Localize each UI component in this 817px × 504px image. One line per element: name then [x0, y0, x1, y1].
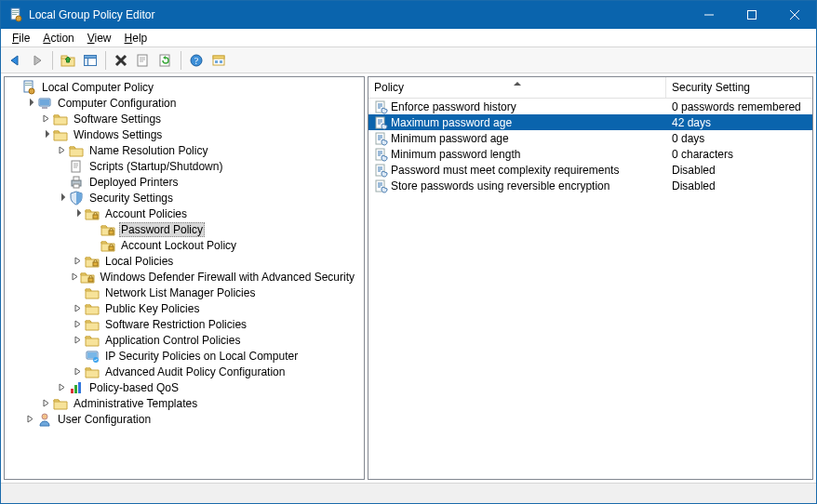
help-button[interactable]: ? — [186, 50, 207, 71]
options-button[interactable] — [208, 50, 229, 71]
tree-pane[interactable]: Local Computer PolicyComputer Configurat… — [4, 76, 365, 480]
separator — [181, 51, 181, 70]
tree-password-policy[interactable]: Password Policy — [5, 221, 364, 237]
policy-item-icon — [374, 163, 389, 178]
tree-windows-settings[interactable]: Windows Settings — [5, 126, 364, 142]
menu-view[interactable]: View — [82, 31, 117, 46]
bars-icon — [69, 380, 84, 395]
tree-software-settings[interactable]: Software Settings — [5, 111, 364, 126]
tree-network-list-manager[interactable]: Network List Manager Policies — [5, 285, 364, 300]
svg-rect-49 — [71, 389, 74, 393]
back-button[interactable] — [5, 50, 25, 71]
tree-defender-firewall[interactable]: Windows Defender Firewall with Advanced … — [5, 269, 364, 285]
tree-label: Network List Manager Policies — [103, 286, 257, 299]
tree-policy-qos[interactable]: Policy-based QoS — [5, 379, 364, 395]
policy-setting: 0 days — [672, 132, 704, 145]
list-row[interactable]: Password must meet complexity requiremen… — [368, 162, 812, 178]
tree-security-settings[interactable]: Security Settings — [5, 190, 364, 206]
svg-rect-51 — [78, 382, 81, 393]
forward-button[interactable] — [27, 50, 47, 71]
collapse-icon[interactable] — [54, 190, 69, 206]
list-row[interactable]: Maximum password age42 days — [368, 114, 812, 130]
tree-app-control[interactable]: Application Control Policies — [5, 332, 364, 348]
up-button[interactable] — [58, 50, 78, 71]
menu-action[interactable]: Action — [37, 31, 79, 46]
tree-admin-templates[interactable]: Administrative Templates — [5, 395, 364, 411]
expand-icon[interactable] — [70, 364, 85, 379]
tree-label: Deployed Printers — [87, 176, 180, 189]
monitor-icon — [85, 349, 100, 364]
expand-icon[interactable] — [22, 411, 37, 427]
policy-name: Store passwords using reversible encrypt… — [391, 179, 609, 192]
policy-item-icon — [374, 115, 389, 130]
tree-user-configuration[interactable]: User Configuration — [5, 411, 364, 427]
tree-root[interactable]: Local Computer Policy — [5, 79, 364, 95]
tree-computer-configuration[interactable]: Computer Configuration — [5, 95, 364, 111]
svg-rect-44 — [93, 262, 98, 266]
expand-icon[interactable] — [70, 332, 85, 348]
policy-name: Password must meet complexity requiremen… — [391, 164, 619, 177]
expand-icon[interactable] — [70, 253, 85, 269]
titlebar[interactable]: Local Group Policy Editor — [1, 1, 816, 29]
menu-help[interactable]: Help — [119, 31, 154, 46]
svg-rect-50 — [74, 385, 77, 393]
svg-rect-29 — [25, 85, 32, 86]
maximize-button[interactable] — [730, 1, 773, 29]
list-row[interactable]: Minimum password length0 characters — [368, 146, 812, 162]
tree-label: Local Policies — [103, 255, 175, 268]
tree-scripts[interactable]: Scripts (Startup/Shutdown) — [5, 158, 364, 174]
svg-rect-26 — [220, 60, 222, 63]
gpRoot-icon — [21, 80, 36, 95]
tree-ip-security[interactable]: IP Security Policies on Local Computer — [5, 348, 364, 364]
policy-setting: Disabled — [672, 179, 716, 192]
expand-icon[interactable] — [38, 111, 53, 126]
delete-button[interactable] — [111, 50, 131, 71]
user-icon — [37, 412, 52, 427]
tree-label: Password Policy — [119, 222, 205, 237]
tree-local-policies[interactable]: Local Policies — [5, 253, 364, 269]
svg-rect-25 — [215, 60, 218, 63]
tree-advanced-audit[interactable]: Advanced Audit Policy Configuration — [5, 364, 364, 379]
expand-icon[interactable] — [70, 300, 85, 316]
policy-item-icon — [374, 131, 389, 146]
svg-rect-28 — [25, 83, 32, 84]
menu-file[interactable]: File — [7, 31, 35, 46]
list-pane[interactable]: Policy Security Setting Enforce password… — [368, 76, 813, 480]
tree-account-lockout[interactable]: Account Lockout Policy — [5, 237, 364, 253]
tree-label: Application Control Policies — [103, 334, 242, 347]
folderLock-icon — [85, 254, 100, 269]
tree-public-key-policies[interactable]: Public Key Policies — [5, 300, 364, 316]
svg-point-30 — [29, 88, 34, 94]
expand-icon[interactable] — [54, 142, 69, 158]
policy-setting: 0 characters — [672, 148, 733, 161]
collapse-icon[interactable] — [70, 206, 85, 221]
scroll-icon — [69, 159, 84, 174]
expand-icon[interactable] — [70, 316, 85, 332]
show-hide-tree-button[interactable] — [80, 50, 100, 71]
collapse-icon[interactable] — [22, 95, 37, 111]
expand-icon[interactable] — [38, 395, 53, 411]
tree-software-restriction[interactable]: Software Restriction Policies — [5, 316, 364, 332]
svg-rect-13 — [85, 58, 88, 65]
close-button[interactable] — [773, 1, 816, 29]
expand-icon[interactable] — [54, 379, 69, 395]
column-setting[interactable]: Security Setting — [666, 77, 812, 98]
tree-deployed-printers[interactable]: Deployed Printers — [5, 174, 364, 190]
svg-rect-24 — [213, 56, 224, 59]
list-row[interactable]: Enforce password history0 passwords reme… — [368, 99, 812, 114]
folderLock-icon — [80, 270, 95, 285]
tree-label: Windows Defender Firewall with Advanced … — [99, 271, 356, 284]
refresh-button[interactable] — [155, 50, 176, 71]
folder-icon — [85, 301, 100, 316]
properties-button[interactable] — [133, 50, 154, 71]
tree-name-resolution[interactable]: Name Resolution Policy — [5, 142, 364, 158]
main-body: Local Computer PolicyComputer Configurat… — [1, 73, 816, 483]
minimize-button[interactable] — [688, 1, 730, 29]
expand-icon[interactable] — [70, 269, 80, 285]
tree-account-policies[interactable]: Account Policies — [5, 206, 364, 221]
collapse-icon[interactable] — [38, 126, 53, 142]
list-row[interactable]: Store passwords using reversible encrypt… — [368, 178, 812, 193]
svg-rect-41 — [93, 215, 98, 219]
column-policy[interactable]: Policy — [368, 77, 666, 98]
list-row[interactable]: Minimum password age0 days — [368, 130, 812, 146]
